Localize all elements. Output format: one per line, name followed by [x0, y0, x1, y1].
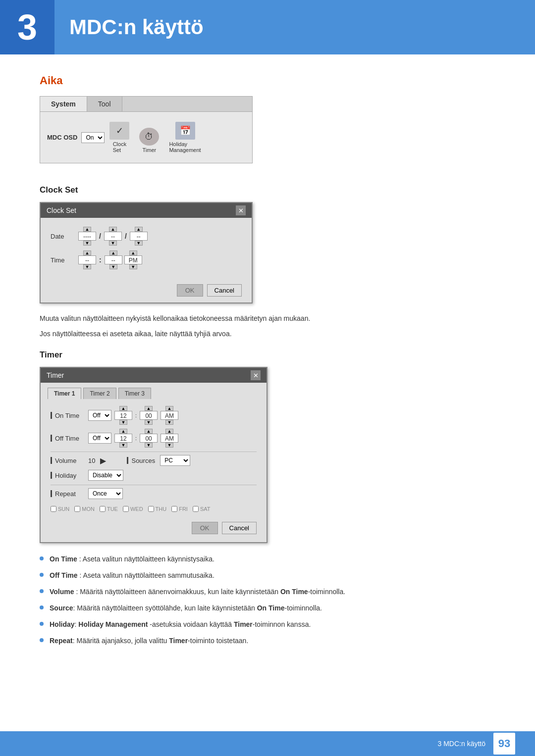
date-day-down[interactable]: ▼: [135, 241, 143, 246]
timer-label: Timer: [143, 147, 157, 153]
bullet-text-1: On Time : Aseta valitun näyttölaitteen k…: [50, 554, 214, 564]
timer-icon-item: ⏱ Timer: [139, 128, 159, 153]
clock-set-icon-item: ✓ ClockSet: [109, 122, 129, 153]
on-ampm-up[interactable]: ▲: [165, 406, 173, 411]
day-tue: TUE: [100, 506, 118, 512]
timer-close-button[interactable]: ✕: [251, 370, 261, 380]
off-ampm-up[interactable]: ▲: [165, 429, 173, 434]
bullet-item-source: Source: Määritä näyttölaitteen syöttöläh…: [40, 603, 495, 613]
holiday-icon: 📅: [175, 122, 195, 140]
date-year-down[interactable]: ▼: [83, 241, 91, 246]
mock-tab-tool[interactable]: Tool: [87, 97, 122, 111]
time-colon: :: [98, 256, 103, 264]
holiday-select[interactable]: DisableEnable: [88, 470, 123, 481]
sources-label: Sources: [127, 457, 155, 464]
mon-checkbox[interactable]: [74, 506, 80, 512]
time-hour-spinner: ▲ -- ▼: [78, 251, 96, 269]
off-ampm-down[interactable]: ▼: [165, 443, 173, 448]
on-hour-up[interactable]: ▲: [119, 406, 127, 411]
timer-dialog: Timer ✕ Timer 1 Timer 2 Timer 3 On Time …: [40, 367, 268, 543]
timer-titlebar: Timer ✕: [41, 368, 267, 383]
date-month-down[interactable]: ▼: [109, 241, 117, 246]
off-time-select[interactable]: OffOn: [88, 433, 111, 444]
date-year-up[interactable]: ▲: [83, 227, 91, 232]
on-min-val: 00: [140, 411, 158, 420]
timer-tab-3[interactable]: Timer 3: [118, 388, 151, 399]
mock-icons: ✓ ClockSet ⏱ Timer 📅 HolidayManagement: [109, 117, 201, 158]
time-min-down[interactable]: ▼: [109, 264, 117, 269]
date-day-val: --: [130, 232, 148, 241]
volume-sources-row: Volume 10 ▶ Sources PCHDMI: [51, 455, 257, 466]
on-ampm-down[interactable]: ▼: [165, 420, 173, 425]
mock-tab-system[interactable]: System: [40, 97, 87, 111]
clock-set-ok-button[interactable]: OK: [177, 284, 203, 297]
time-min-up[interactable]: ▲: [109, 251, 117, 255]
on-min-up[interactable]: ▲: [145, 406, 153, 411]
time-hour-down[interactable]: ▼: [83, 264, 91, 269]
time-ampm-down[interactable]: ▼: [129, 264, 137, 269]
timer-tab-2[interactable]: Timer 2: [83, 388, 116, 399]
on-hour-down[interactable]: ▼: [119, 420, 127, 425]
bullet-dot-3: [40, 589, 44, 593]
date-month-up[interactable]: ▲: [109, 227, 117, 232]
sun-checkbox[interactable]: [51, 506, 56, 512]
timer-cancel-button[interactable]: Cancel: [222, 522, 257, 534]
date-day-spinner: ▲ -- ▼: [130, 227, 148, 246]
day-sun: SUN: [51, 506, 69, 512]
on-min-down[interactable]: ▼: [145, 420, 153, 425]
date-sep2: /: [124, 232, 128, 240]
volume-label: Volume: [51, 457, 85, 464]
clock-set-desc1: Muuta valitun näyttölaitteen nykyistä ke…: [40, 313, 495, 324]
clock-set-cancel-button[interactable]: Cancel: [207, 284, 242, 297]
off-hour-up[interactable]: ▲: [119, 429, 127, 434]
timer-tab-1[interactable]: Timer 1: [48, 388, 81, 399]
bullet-item-repeat: Repeat: Määritä ajanjakso, jolla valittu…: [40, 636, 495, 646]
off-hour-val: 12: [114, 434, 132, 443]
wed-checkbox[interactable]: [123, 506, 129, 512]
sources-select[interactable]: PCHDMI: [160, 455, 190, 466]
day-mon: MON: [74, 506, 95, 512]
thu-checkbox[interactable]: [148, 506, 154, 512]
clock-set-heading: Clock Set: [40, 185, 495, 195]
date-sep1: /: [98, 232, 102, 240]
clock-set-dialog: Clock Set ✕ Date ▲ ---- ▼ / ▲ -- ▼: [40, 202, 253, 303]
chapter-title: MDC:n käyttö: [54, 15, 204, 39]
bullet-list: On Time : Aseta valitun näyttölaitteen k…: [40, 554, 495, 646]
holiday-icon-item: 📅 HolidayManagement: [169, 122, 201, 153]
time-ampm-up[interactable]: ▲: [129, 251, 137, 255]
day-fri: FRI: [171, 506, 188, 512]
timer-ok-button[interactable]: OK: [192, 522, 218, 534]
timer-footer: OK Cancel: [51, 520, 257, 538]
off-min-up[interactable]: ▲: [145, 429, 153, 434]
time-hour-up[interactable]: ▲: [83, 251, 91, 255]
clock-set-titlebar: Clock Set ✕: [41, 203, 252, 218]
off-ampm-val: AM: [160, 434, 178, 443]
fri-checkbox[interactable]: [171, 506, 177, 512]
off-hour-down[interactable]: ▼: [119, 443, 127, 448]
time-ampm-val: PM: [124, 255, 142, 264]
volume-arrow[interactable]: ▶: [100, 456, 106, 465]
tue-checkbox[interactable]: [100, 506, 106, 512]
repeat-select[interactable]: OnceDailyWeekly: [88, 488, 123, 499]
off-min-down[interactable]: ▼: [145, 443, 153, 448]
off-time-row: Off Time OffOn ▲ 12 ▼ : ▲ 00 ▼ ▲: [51, 429, 257, 448]
time-hour-val: --: [78, 255, 96, 264]
mdc-osd-select[interactable]: On Off: [81, 132, 105, 143]
date-label: Date: [51, 233, 75, 240]
repeat-label: Repeat: [51, 490, 85, 498]
bullet-item-ontime: On Time : Aseta valitun näyttölaitteen k…: [40, 554, 495, 564]
aika-heading: Aika: [40, 74, 495, 87]
sat-checkbox[interactable]: [193, 506, 199, 512]
time-spinner-group: ▲ -- ▼ : ▲ -- ▼ ▲ PM ▼: [78, 251, 142, 269]
timer-tab-bar: Timer 1 Timer 2 Timer 3: [41, 383, 267, 399]
footer-text: 3 MDC:n käyttö: [438, 740, 485, 748]
page-footer: 3 MDC:n käyttö 93: [0, 731, 535, 756]
date-day-up[interactable]: ▲: [135, 227, 143, 232]
clock-set-close-button[interactable]: ✕: [236, 205, 246, 215]
mock-tabs: System Tool: [40, 97, 252, 112]
on-time-select[interactable]: OffOn: [88, 410, 111, 421]
day-thu: THU: [148, 506, 167, 512]
timer-divider-1: [51, 452, 257, 452]
bullet-item-volume: Volume : Määritä näyttölaitteen äänenvoi…: [40, 587, 495, 597]
timer-icon: ⏱: [139, 128, 159, 146]
